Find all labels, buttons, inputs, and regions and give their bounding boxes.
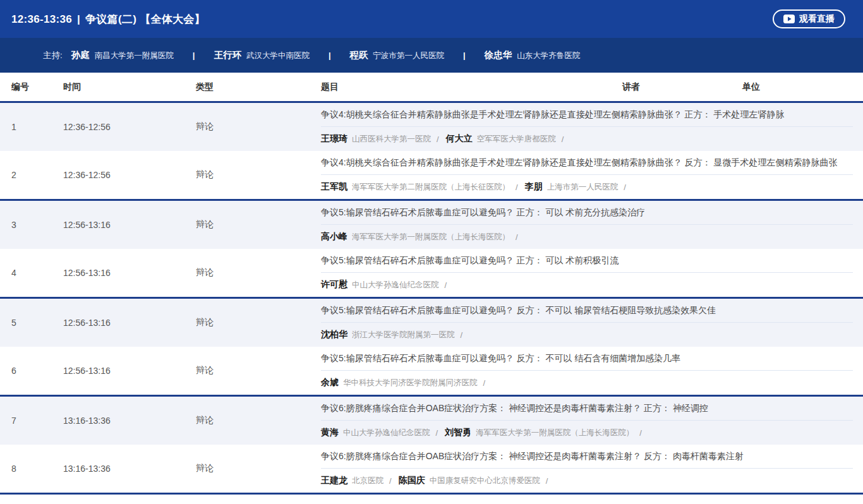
row-title: 争议6:膀胱疼痛综合症合并OAB症状治疗方案： 神经调控还是肉毒杆菌毒素注射？ … [321, 445, 853, 469]
row-type: 辩论 [196, 299, 321, 347]
row-content: 争议5:输尿管结石碎石术后脓毒血症可以避免吗？ 反方： 不可以 输尿管结石梗阻导… [321, 299, 863, 347]
conference-session-page: 12:36-13:36|争议篇(二) 【全体大会】 观看直播 主持: 孙庭 南昌… [0, 0, 863, 495]
speaker-affiliation: 空军军医大学唐都医院 [477, 134, 556, 145]
speaker-affiliation: 北京医院 [352, 476, 383, 486]
row-number: 7 [0, 397, 63, 445]
row-number: 2 [0, 151, 63, 199]
row-title: 争议4:胡桃夹综合征合并精索静脉曲张是手术处理左肾静脉还是直接处理左侧精索静脉曲… [321, 151, 853, 175]
row-content: 争议4:胡桃夹综合征合并精索静脉曲张是手术处理左肾静脉还是直接处理左侧精索静脉曲… [321, 103, 863, 151]
speaker-separator: / [389, 476, 392, 486]
speaker-name: 黄海 [321, 427, 339, 438]
row-speakers: 沈柏华浙江大学医学院附属第一医院/ [321, 323, 853, 347]
speaker-name: 高小峰 [321, 231, 347, 243]
row-number: 1 [0, 103, 63, 151]
host-divider: | [329, 51, 331, 60]
host-affiliation: 南昌大学第一附属医院 [95, 51, 174, 61]
host-affiliation: 宁波市第一人民医院 [373, 51, 445, 61]
row-number: 6 [0, 347, 63, 395]
speaker-name: 李朋 [525, 181, 543, 193]
row-speakers: 王建龙北京医院/陈国庆中国康复研究中心北京博爱医院/ [321, 469, 853, 493]
row-title: 争议6:膀胱疼痛综合症合并OAB症状治疗方案： 神经调控还是肉毒杆菌毒素注射？ … [321, 397, 853, 421]
table-row: 7 13:16-13:36 辩论 争议6:膀胱疼痛综合症合并OAB症状治疗方案：… [0, 397, 863, 445]
host-name: 王行环 [214, 49, 241, 61]
column-header-type: 类型 [196, 81, 321, 93]
column-header-time: 时间 [63, 81, 196, 93]
speaker-affiliation: 山西医科大学第一医院 [352, 134, 431, 145]
row-time: 13:16-13:36 [63, 397, 196, 445]
row-speakers: 许可慰中山大学孙逸仙纪念医院/ [321, 273, 853, 297]
row-content: 争议5:输尿管结石碎石术后脓毒血症可以避免吗？ 正方： 可以 术前充分抗感染治疗… [321, 201, 863, 249]
speaker-name: 陈国庆 [399, 475, 425, 486]
host-affiliation: 山东大学齐鲁医院 [517, 51, 580, 61]
watch-live-button[interactable]: 观看直播 [773, 9, 845, 28]
speaker-separator: / [562, 135, 564, 144]
row-type: 辩论 [196, 397, 321, 445]
speaker-separator: / [546, 476, 548, 486]
row-content: 争议5:输尿管结石碎石术后脓毒血症可以避免吗？ 反方： 不可以 结石含有细菌增加… [321, 347, 863, 395]
watch-live-label: 观看直播 [799, 13, 835, 25]
speaker-name: 王建龙 [321, 475, 347, 486]
speaker-separator: / [437, 135, 439, 144]
row-title: 争议5:输尿管结石碎石术后脓毒血症可以避免吗？ 正方： 可以 术前充分抗感染治疗 [321, 201, 853, 225]
host-name: 孙庭 [71, 49, 90, 61]
speaker-name: 许可慰 [321, 279, 347, 291]
speaker-affiliation: 华中科技大学同济医学院附属同济医院 [343, 378, 478, 388]
row-time: 12:56-13:16 [63, 347, 196, 395]
row-time: 12:56-13:16 [63, 299, 196, 347]
play-icon [783, 15, 795, 23]
host-item: 程跃 宁波市第一人民医院 [350, 49, 445, 61]
speaker-affiliation: 上海市第一人民医院 [547, 182, 619, 193]
host-affiliation: 武汉大学中南医院 [246, 51, 310, 61]
table-row: 2 12:36-12:56 辩论 争议4:胡桃夹综合征合并精索静脉曲张是手术处理… [0, 151, 863, 201]
column-header-title: 题目 [321, 81, 622, 93]
table-header-row: 编号 时间 类型 题目 讲者 单位 [0, 73, 863, 103]
table-row: 8 13:16-13:36 辩论 争议6:膀胱疼痛综合症合并OAB症状治疗方案：… [0, 445, 863, 495]
column-header-no: 编号 [0, 81, 63, 93]
row-title: 争议5:输尿管结石碎石术后脓毒血症可以避免吗？ 正方： 可以 术前积极引流 [321, 249, 853, 273]
title-separator: | [77, 13, 80, 25]
row-content: 争议6:膀胱疼痛综合症合并OAB症状治疗方案： 神经调控还是肉毒杆菌毒素注射？ … [321, 397, 863, 445]
speaker-name: 刘智勇 [445, 427, 471, 438]
row-type: 辩论 [196, 103, 321, 151]
speaker-affiliation: 海军军医大学第一附属医院（上海长海医院） [352, 232, 510, 243]
column-header-unit: 单位 [742, 81, 863, 93]
table-row: 4 12:56-13:16 辩论 争议5:输尿管结石碎石术后脓毒血症可以避免吗？… [0, 249, 863, 299]
speaker-affiliation: 海军军医大学第一附属医院（上海长海医院） [476, 428, 634, 438]
speaker-affiliation: 中山大学孙逸仙纪念医院 [352, 280, 439, 291]
host-item: 徐忠华 山东大学齐鲁医院 [485, 49, 581, 61]
host-item: 孙庭 南昌大学第一附属医院 [71, 49, 174, 61]
speaker-separator: / [483, 378, 486, 388]
table-row: 3 12:56-13:16 辩论 争议5:输尿管结石碎石术后脓毒血症可以避免吗？… [0, 201, 863, 249]
session-name: 争议篇(二) 【全体大会】 [85, 13, 205, 25]
row-time: 12:36-12:56 [63, 151, 196, 199]
speaker-affiliation: 海军军医大学第二附属医院（上海长征医院） [352, 182, 510, 193]
host-name: 程跃 [350, 49, 368, 61]
hosts-label: 主持: [43, 50, 63, 61]
row-type: 辩论 [196, 151, 321, 199]
speaker-affiliation: 中国康复研究中心北京博爱医院 [430, 476, 540, 486]
row-speakers: 高小峰海军军医大学第一附属医院（上海长海医院）/ [321, 225, 853, 249]
session-header: 12:36-13:36|争议篇(二) 【全体大会】 观看直播 [0, 0, 863, 38]
host-item: 王行环 武汉大学中南医院 [214, 49, 310, 61]
row-time: 12:56-13:16 [63, 201, 196, 249]
row-type: 辩论 [196, 347, 321, 395]
speaker-name: 王军凯 [321, 181, 347, 193]
row-content: 争议4:胡桃夹综合征合并精索静脉曲张是手术处理左肾静脉还是直接处理左侧精索静脉曲… [321, 151, 863, 199]
row-number: 3 [0, 201, 63, 249]
table-row: 1 12:36-12:56 辩论 争议4:胡桃夹综合征合并精索静脉曲张是手术处理… [0, 103, 863, 151]
speaker-separator: / [461, 330, 463, 340]
speaker-name: 余虓 [321, 377, 339, 388]
table-row: 5 12:56-13:16 辩论 争议5:输尿管结石碎石术后脓毒血症可以避免吗？… [0, 299, 863, 347]
row-title: 争议4:胡桃夹综合征合并精索静脉曲张是手术处理左肾静脉还是直接处理左侧精索静脉曲… [321, 103, 853, 127]
host-divider: | [193, 51, 195, 60]
row-time: 12:36-12:56 [63, 103, 196, 151]
row-type: 辩论 [196, 445, 321, 493]
row-title: 争议5:输尿管结石碎石术后脓毒血症可以避免吗？ 反方： 不可以 结石含有细菌增加… [321, 347, 853, 371]
row-speakers: 黄海中山大学孙逸仙纪念医院/刘智勇海军军医大学第一附属医院（上海长海医院）/ [321, 421, 853, 445]
row-number: 5 [0, 299, 63, 347]
row-number: 4 [0, 249, 63, 297]
speaker-name: 沈柏华 [321, 329, 347, 340]
row-type: 辩论 [196, 201, 321, 249]
session-time: 12:36-13:36 [11, 13, 72, 25]
speaker-separator: / [436, 428, 438, 438]
